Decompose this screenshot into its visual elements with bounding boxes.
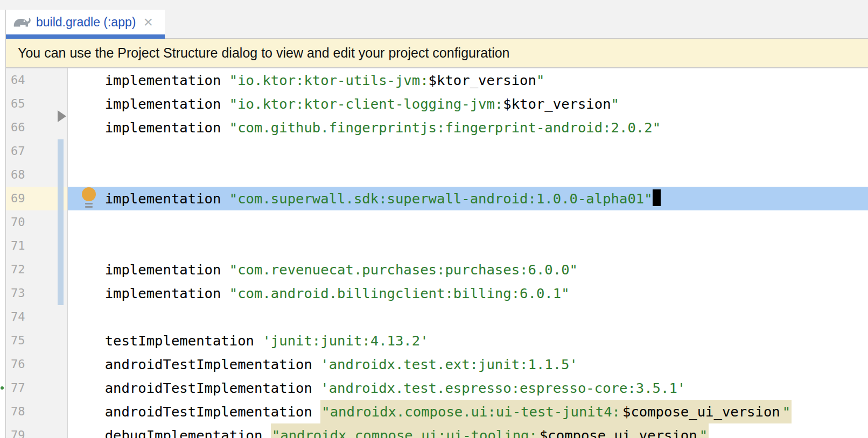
code-text[interactable]: testImplementation 'junit:junit:4.13.2' bbox=[68, 329, 868, 352]
highlighted-token: " bbox=[781, 400, 792, 423]
line-number[interactable]: 74 bbox=[6, 305, 68, 329]
code-text[interactable]: androidTestImplementation "androidx.comp… bbox=[68, 400, 868, 423]
highlighted-token: $compose_ui_version bbox=[621, 400, 781, 423]
vcs-change-bar bbox=[58, 258, 64, 281]
line-number[interactable]: 68 bbox=[6, 163, 68, 187]
code-token: $ktor_version bbox=[503, 96, 611, 112]
code-line-70[interactable]: 70 bbox=[6, 210, 868, 234]
banner-text: You can use the Project Structure dialog… bbox=[18, 45, 510, 61]
code-line-78[interactable]: 78 androidTestImplementation "androidx.c… bbox=[6, 400, 868, 423]
code-line-69[interactable]: 69 implementation "com.superwall.sdk:sup… bbox=[6, 187, 868, 210]
highlighted-token: " bbox=[698, 423, 709, 438]
vcs-change-dot bbox=[1, 386, 4, 390]
close-tab-icon[interactable]: × bbox=[143, 15, 153, 29]
code-line-72[interactable]: 72 implementation "com.revenuecat.purcha… bbox=[6, 258, 868, 281]
code-token: "com.superwall.sdk:superwall-android:1.0… bbox=[229, 190, 653, 207]
line-number[interactable]: 79 bbox=[6, 423, 68, 438]
text-caret bbox=[653, 189, 661, 206]
code-editor[interactable]: 64 implementation "io.ktor:ktor-utils-jv… bbox=[6, 68, 868, 438]
code-token: "io.ktor:ktor-utils-jvm: bbox=[229, 72, 429, 88]
code-text[interactable] bbox=[68, 234, 868, 258]
line-number[interactable]: 64 bbox=[6, 68, 68, 92]
code-text[interactable]: debugImplementation "androidx.compose.ui… bbox=[68, 423, 868, 438]
code-token: androidTestImplementation bbox=[72, 356, 320, 372]
code-line-76[interactable]: 76 androidTestImplementation 'androidx.t… bbox=[6, 352, 868, 376]
code-line-66[interactable]: 66 implementation "com.github.fingerprin… bbox=[6, 116, 868, 139]
code-line-71[interactable]: 71 bbox=[6, 234, 868, 258]
code-text[interactable]: implementation "io.ktor:ktor-utils-jvm:$… bbox=[68, 68, 868, 92]
code-token: 'junit:junit:4.13.2' bbox=[262, 333, 428, 349]
code-text[interactable] bbox=[68, 139, 868, 163]
code-token: debugImplementation bbox=[72, 427, 271, 438]
vcs-change-bar bbox=[58, 139, 64, 163]
code-token: "com.revenuecat.purchases:purchases:6.0.… bbox=[229, 262, 578, 278]
window-header-strip bbox=[0, 0, 868, 10]
tab-build-gradle[interactable]: build.gradle (:app) × bbox=[6, 10, 165, 34]
line-number[interactable]: 77 bbox=[6, 376, 68, 400]
gradle-elephant-icon bbox=[12, 15, 31, 29]
code-token: $ktor_version bbox=[429, 72, 536, 88]
code-token: " bbox=[611, 96, 619, 112]
code-token: "com.github.fingerprintjs:fingerprint-an… bbox=[229, 119, 661, 136]
code-line-75[interactable]: 75 testImplementation 'junit:junit:4.13.… bbox=[6, 329, 868, 352]
code-line-77[interactable]: 77 androidTestImplementation 'androidx.t… bbox=[6, 376, 868, 400]
vcs-change-bar bbox=[58, 281, 64, 305]
code-token: implementation bbox=[72, 262, 229, 278]
line-number[interactable]: 71 bbox=[6, 234, 68, 258]
tab-title: build.gradle (:app) bbox=[36, 15, 136, 30]
code-text[interactable]: implementation "com.android.billingclien… bbox=[68, 281, 868, 305]
line-number[interactable]: 78 bbox=[6, 400, 68, 423]
ide-window: build.gradle (:app) × You can use the Pr… bbox=[0, 0, 868, 438]
active-tab-indicator bbox=[6, 34, 165, 39]
line-number[interactable]: 73 bbox=[6, 281, 68, 305]
code-token: 'androidx.test.espresso:espresso-core:3.… bbox=[320, 380, 685, 396]
code-token: implementation bbox=[72, 119, 229, 136]
code-text[interactable] bbox=[68, 305, 868, 329]
code-text[interactable]: implementation "com.superwall.sdk:superw… bbox=[68, 187, 868, 210]
line-number[interactable]: 72 bbox=[6, 258, 68, 281]
code-line-79[interactable]: 79 debugImplementation "androidx.compose… bbox=[6, 423, 868, 438]
code-text[interactable]: implementation "com.github.fingerprintjs… bbox=[68, 116, 868, 139]
line-number[interactable]: 69 bbox=[6, 187, 68, 210]
vcs-change-bar bbox=[58, 187, 64, 210]
line-number[interactable]: 76 bbox=[6, 352, 68, 376]
code-token: androidTestImplementation bbox=[72, 380, 320, 396]
editor-lines: 64 implementation "io.ktor:ktor-utils-jv… bbox=[6, 68, 868, 438]
vcs-change-bar bbox=[58, 234, 64, 258]
code-token: implementation bbox=[72, 72, 229, 88]
code-line-73[interactable]: 73 implementation "com.android.billingcl… bbox=[6, 281, 868, 305]
editor-left-margin bbox=[0, 10, 6, 438]
code-line-64[interactable]: 64 implementation "io.ktor:ktor-utils-jv… bbox=[6, 68, 868, 92]
code-text[interactable] bbox=[68, 210, 868, 234]
code-token: " bbox=[536, 72, 544, 88]
code-text[interactable] bbox=[68, 163, 868, 187]
code-token: implementation bbox=[72, 285, 229, 301]
code-text[interactable]: androidTestImplementation 'androidx.test… bbox=[68, 376, 868, 400]
highlighted-token: $compose_ui_version bbox=[538, 423, 698, 438]
code-token: "io.ktor:ktor-client-logging-jvm: bbox=[229, 96, 503, 112]
highlighted-token: "androidx.compose.ui:ui-test-junit4: bbox=[320, 400, 621, 423]
editor-tab-bar: build.gradle (:app) × bbox=[6, 10, 868, 39]
notification-banner: You can use the Project Structure dialog… bbox=[6, 39, 868, 68]
code-token: implementation bbox=[72, 96, 229, 112]
gutter-arrow-icon bbox=[58, 110, 66, 122]
line-number[interactable]: 70 bbox=[6, 210, 68, 234]
code-line-74[interactable]: 74 bbox=[6, 305, 868, 329]
code-text[interactable]: implementation "com.revenuecat.purchases… bbox=[68, 258, 868, 281]
code-line-68[interactable]: 68 bbox=[6, 163, 868, 187]
code-token: androidTestImplementation bbox=[72, 404, 320, 420]
code-line-65[interactable]: 65 implementation "io.ktor:ktor-client-l… bbox=[6, 92, 868, 116]
line-number[interactable]: 67 bbox=[6, 139, 68, 163]
code-token: "com.android.billingclient:billing:6.0.1… bbox=[229, 285, 570, 301]
lightbulb-icon[interactable] bbox=[81, 187, 96, 210]
vcs-change-bar bbox=[58, 163, 64, 187]
vcs-change-bar bbox=[58, 210, 64, 234]
line-number[interactable]: 75 bbox=[6, 329, 68, 352]
code-line-67[interactable]: 67 bbox=[6, 139, 868, 163]
code-token: 'androidx.test.ext:junit:1.1.5' bbox=[320, 356, 578, 372]
code-token: testImplementation bbox=[72, 333, 262, 349]
code-text[interactable]: androidTestImplementation 'androidx.test… bbox=[68, 352, 868, 376]
code-text[interactable]: implementation "io.ktor:ktor-client-logg… bbox=[68, 92, 868, 116]
highlighted-token: "androidx.compose.ui:ui-tooling: bbox=[271, 423, 538, 438]
